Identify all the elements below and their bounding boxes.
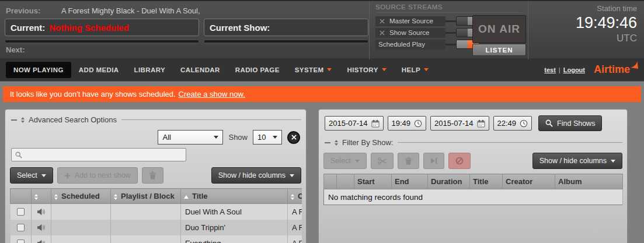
plus-icon bbox=[64, 172, 71, 179]
empty-message: No matching records found bbox=[324, 189, 623, 205]
listen-button[interactable]: LISTEN bbox=[472, 44, 526, 56]
library-search-box bbox=[11, 148, 186, 161]
row-checkbox[interactable] bbox=[17, 240, 25, 243]
show-label: Show bbox=[228, 133, 248, 142]
speaker-icon[interactable] bbox=[37, 224, 46, 231]
nav-library[interactable]: LIBRARY bbox=[127, 62, 173, 78]
collapse-icon bbox=[325, 142, 330, 143]
calendar-icon bbox=[371, 119, 380, 128]
scissors-icon bbox=[378, 157, 387, 165]
shows-select-button[interactable]: Select bbox=[323, 153, 367, 169]
library-select-button[interactable]: Select bbox=[10, 167, 53, 184]
col-creator[interactable]: Creator bbox=[288, 189, 302, 204]
cut-button[interactable] bbox=[371, 153, 394, 169]
cell-creator: A Forest Mighty Black bbox=[288, 235, 302, 243]
create-show-link[interactable]: Create a show now. bbox=[179, 90, 245, 98]
sort-icon bbox=[291, 194, 294, 200]
station-time-label: Station time bbox=[576, 4, 637, 13]
delete-button[interactable] bbox=[398, 153, 419, 169]
col-checkbox bbox=[11, 189, 32, 204]
cell-creator: A Forest Mighty Black bbox=[288, 204, 302, 220]
col-end[interactable]: End bbox=[392, 174, 428, 189]
nav-add-media[interactable]: ADD MEDIA bbox=[71, 62, 127, 78]
disconnect-icon[interactable] bbox=[378, 29, 386, 37]
library-show-hide-columns-button[interactable]: Show / hide columns bbox=[211, 167, 301, 184]
cancel-show-button[interactable] bbox=[448, 153, 471, 169]
search-input[interactable] bbox=[25, 151, 186, 159]
cell-scheduled bbox=[51, 220, 111, 235]
logout-link[interactable]: Logout bbox=[563, 66, 585, 73]
find-shows-button[interactable]: Find Shows bbox=[538, 115, 602, 131]
chevron-down-icon bbox=[611, 160, 615, 163]
nav-history[interactable]: HISTORY bbox=[339, 62, 394, 78]
library-header-row: Scheduled Playlist / Block Title Creator bbox=[11, 189, 302, 204]
row-checkbox[interactable] bbox=[17, 208, 25, 216]
legend-divider bbox=[398, 142, 622, 143]
current-label: Current: bbox=[11, 23, 45, 33]
speaker-icon[interactable] bbox=[37, 208, 46, 216]
source-streams-panel: SOURCE STREAMS Master Source Show Source… bbox=[369, 1, 528, 59]
col-title[interactable]: Title bbox=[181, 189, 288, 204]
username-link[interactable]: test bbox=[544, 66, 556, 73]
col-blank bbox=[324, 174, 337, 189]
add-to-next-show-button[interactable]: Add to next show bbox=[57, 167, 138, 184]
chevron-down-icon bbox=[327, 68, 332, 71]
library-table: Scheduled Playlist / Block Title Creator… bbox=[10, 188, 302, 243]
skip-end-icon bbox=[430, 157, 437, 164]
trash-icon bbox=[149, 171, 156, 179]
cell-title: Duo Trippin' bbox=[181, 220, 288, 235]
advanced-search-legend[interactable]: Advanced Search Options bbox=[11, 115, 301, 124]
wire bbox=[445, 44, 456, 45]
cell-scheduled bbox=[51, 235, 111, 243]
next-label: Next: bbox=[6, 45, 25, 54]
col-scheduled[interactable]: Scheduled bbox=[51, 189, 111, 204]
sort-updown-icon bbox=[335, 140, 338, 146]
station-timezone: UTC bbox=[576, 33, 637, 44]
speaker-icon[interactable] bbox=[37, 240, 46, 243]
end-date-input[interactable]: 2015-07-14 bbox=[430, 116, 489, 131]
skip-to-end-button[interactable] bbox=[423, 153, 444, 169]
sort-icon bbox=[114, 194, 117, 200]
col-duration[interactable]: Duration bbox=[428, 174, 470, 189]
search-icon bbox=[545, 119, 553, 127]
col-album[interactable]: Album bbox=[555, 174, 623, 189]
table-row[interactable]: Duel With A Soul A Forest Mighty Black bbox=[11, 204, 302, 220]
close-icon[interactable] bbox=[287, 131, 300, 144]
col-title[interactable]: Title bbox=[470, 174, 503, 189]
nav-radio-page[interactable]: RADIO PAGE bbox=[228, 62, 287, 78]
filter-by-show-legend[interactable]: Filter By Show: bbox=[325, 138, 622, 147]
table-row[interactable]: Duo Trippin' A Forest Mighty Black bbox=[11, 220, 302, 235]
previous-track: Previous: A Forest Mighty Black - Duel W… bbox=[6, 6, 200, 15]
shows-show-hide-columns-button[interactable]: Show / hide columns bbox=[532, 153, 622, 169]
table-row[interactable]: Everything A Forest Mighty Black bbox=[11, 235, 302, 243]
start-date-input[interactable]: 2015-07-14 bbox=[325, 116, 384, 131]
row-checkbox[interactable] bbox=[17, 224, 25, 231]
cell-creator: A Forest Mighty Black bbox=[288, 220, 302, 235]
show-source-label-box: Show Source bbox=[375, 28, 445, 38]
nav-calendar[interactable]: CALENDAR bbox=[173, 62, 228, 78]
col-creator[interactable]: Creator bbox=[503, 174, 555, 189]
show-browser-panel: 2015-07-14 19:49 2015-07-14 22:49 bbox=[318, 109, 628, 243]
end-time-input[interactable]: 22:49 bbox=[493, 116, 532, 131]
logo-swoosh-icon bbox=[631, 61, 638, 69]
nav-now-playing[interactable]: NOW PLAYING bbox=[6, 62, 71, 78]
filter-by-show-label: Filter By Show: bbox=[342, 138, 393, 147]
delete-button[interactable] bbox=[142, 167, 163, 184]
disconnect-icon[interactable] bbox=[378, 17, 386, 25]
sort-icon bbox=[54, 194, 58, 200]
sort-icon bbox=[34, 194, 38, 200]
start-time-input[interactable]: 19:49 bbox=[388, 116, 427, 131]
cell-playlist bbox=[111, 220, 181, 235]
chevron-down-icon bbox=[273, 136, 277, 139]
col-start[interactable]: Start bbox=[354, 174, 392, 189]
nav-help[interactable]: HELP bbox=[394, 62, 436, 78]
nav-system[interactable]: SYSTEM bbox=[287, 62, 340, 78]
chevron-down-icon bbox=[424, 68, 429, 71]
cell-playlist bbox=[111, 204, 181, 220]
page-size-select[interactable]: 10 bbox=[253, 130, 282, 145]
col-playlist-block[interactable]: Playlist / Block bbox=[111, 189, 181, 204]
track-progress-bar bbox=[5, 40, 199, 43]
col-play[interactable] bbox=[32, 189, 51, 204]
current-value: Nothing Scheduled bbox=[49, 23, 129, 33]
library-filter-select[interactable]: All bbox=[158, 130, 223, 145]
